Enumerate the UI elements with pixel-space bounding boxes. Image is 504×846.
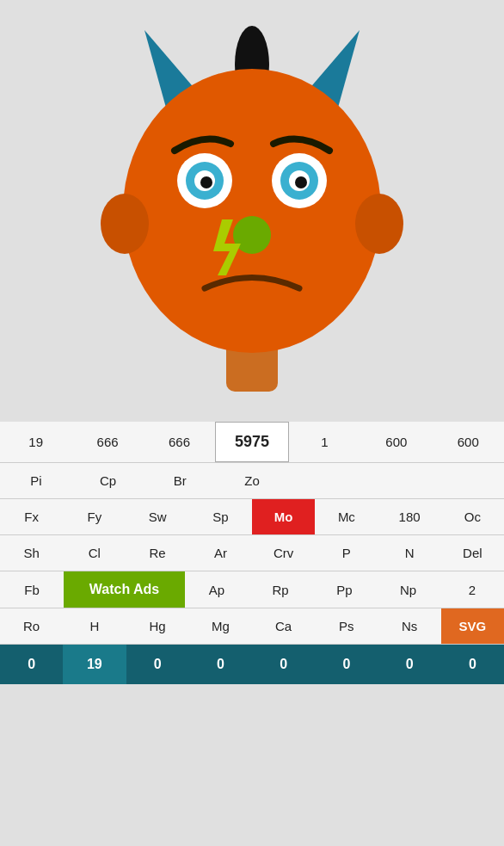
row3: Sh Cl Re Ar Crv P N Del — [0, 535, 504, 571]
bottom-cell-0e: 0 — [315, 645, 378, 684]
bottom-row: 0 19 0 0 0 0 0 0 — [0, 645, 504, 684]
cell-sh: Sh — [0, 535, 63, 571]
character-area — [0, 0, 504, 422]
cell-ro: Ro — [0, 608, 63, 644]
cell-hg: Hg — [126, 608, 189, 644]
cell-br: Br — [144, 463, 216, 498]
svg-point-5 — [101, 194, 149, 254]
cell-svg[interactable]: SVG — [441, 608, 504, 644]
score-cell-19: 19 — [0, 424, 71, 460]
cell-r1e5 — [288, 471, 360, 491]
cell-re: Re — [126, 535, 189, 571]
cell-ps: Ps — [315, 608, 378, 644]
bottom-cell-0d: 0 — [252, 645, 315, 684]
cell-np: Np — [377, 572, 440, 608]
score-cell-5975: 5975 — [215, 422, 288, 462]
row4: Fb Watch Ads Ap Rp Pp Np 2 — [0, 571, 504, 608]
bottom-cell-0a: 0 — [0, 645, 63, 684]
cell-sw: Sw — [126, 499, 189, 534]
cell-sp: Sp — [189, 499, 252, 534]
cell-pi: Pi — [0, 463, 72, 498]
cell-rp: Rp — [249, 572, 312, 608]
score-cell-600b: 600 — [433, 424, 504, 460]
cell-cl: Cl — [63, 535, 126, 571]
row5: Ro H Hg Mg Ca Ps Ns SVG — [0, 608, 504, 645]
grid-area: 19 666 666 5975 1 600 600 Pi Cp Br Zo Fx… — [0, 422, 504, 684]
cell-r1e6 — [360, 471, 433, 491]
svg-point-4 — [123, 69, 381, 353]
bottom-cell-19: 19 — [63, 645, 126, 684]
score-cell-666b: 666 — [144, 424, 215, 460]
cell-n: N — [378, 535, 441, 571]
cell-180: 180 — [378, 499, 441, 534]
score-cell-1: 1 — [289, 424, 360, 460]
watch-ads-button[interactable]: Watch Ads — [64, 571, 185, 608]
cell-del: Del — [441, 535, 504, 571]
bottom-cell-0f: 0 — [378, 645, 441, 684]
cell-fy: Fy — [63, 499, 126, 534]
cell-pp: Pp — [312, 572, 376, 608]
cell-mc: Mc — [315, 499, 378, 534]
cell-oc: Oc — [441, 499, 504, 534]
row2: Fx Fy Sw Sp Mo Mc 180 Oc — [0, 499, 504, 535]
cell-mg: Mg — [189, 608, 252, 644]
bottom-cell-0g: 0 — [441, 645, 504, 684]
cell-zo: Zo — [216, 463, 288, 498]
svg-point-15 — [233, 216, 271, 254]
cell-p: P — [315, 535, 378, 571]
cell-cp: Cp — [72, 463, 144, 498]
cell-ar: Ar — [189, 535, 252, 571]
svg-point-14 — [295, 176, 307, 188]
cell-mo[interactable]: Mo — [252, 499, 315, 534]
cell-2: 2 — [440, 572, 504, 608]
cell-fx: Fx — [0, 499, 63, 534]
bottom-cell-0b: 0 — [126, 645, 189, 684]
cell-ns: Ns — [378, 608, 441, 644]
score-cell-600a: 600 — [360, 424, 432, 460]
svg-point-13 — [200, 176, 212, 188]
svg-point-6 — [355, 194, 403, 254]
row1: Pi Cp Br Zo — [0, 463, 504, 499]
cell-ca: Ca — [252, 608, 315, 644]
score-row: 19 666 666 5975 1 600 600 — [0, 422, 504, 463]
cell-fb: Fb — [0, 572, 64, 608]
cell-ap: Ap — [185, 572, 249, 608]
bottom-cell-0c: 0 — [189, 645, 252, 684]
devil-character — [0, 0, 504, 422]
score-cell-666a: 666 — [71, 424, 143, 460]
cell-h: H — [63, 608, 126, 644]
cell-r1e7 — [432, 471, 504, 491]
cell-crv: Crv — [252, 535, 315, 571]
